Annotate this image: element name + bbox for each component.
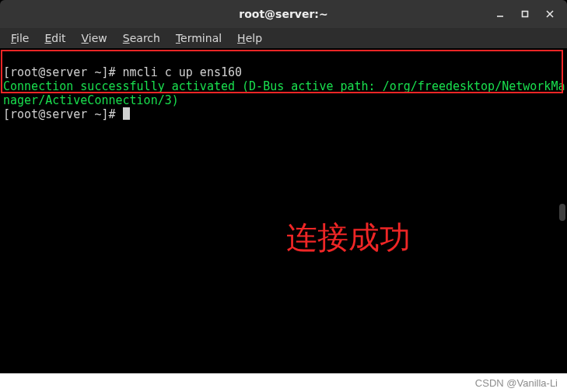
close-icon xyxy=(545,9,555,19)
cursor-block xyxy=(123,107,130,120)
terminal-window: root@server:~ File Edit View Search Term… xyxy=(0,0,567,373)
annotation-text: 连接成功 xyxy=(286,216,411,259)
menu-help[interactable]: Help xyxy=(229,30,270,46)
scrollbar[interactable] xyxy=(558,48,567,373)
menu-edit[interactable]: Edit xyxy=(37,30,73,46)
terminal-area[interactable]: [root@server ~]# nmcli c up ens160 Conne… xyxy=(0,48,567,373)
prompt-1: [root@server ~]# xyxy=(3,65,123,79)
scrollbar-thumb[interactable] xyxy=(559,204,565,221)
window-title: root@server:~ xyxy=(0,8,567,20)
watermark: CSDN @Vanilla-Li xyxy=(475,377,558,389)
maximize-button[interactable] xyxy=(513,3,537,25)
svg-rect-1 xyxy=(523,12,528,17)
titlebar: root@server:~ xyxy=(0,0,567,28)
menu-file[interactable]: File xyxy=(3,30,37,46)
command-1: nmcli c up ens160 xyxy=(123,65,243,79)
menu-search[interactable]: Search xyxy=(115,30,168,46)
menubar: File Edit View Search Terminal Help xyxy=(0,28,567,48)
window-controls xyxy=(488,0,562,28)
close-button[interactable] xyxy=(537,3,562,25)
menu-terminal[interactable]: Terminal xyxy=(168,30,229,46)
menu-view[interactable]: View xyxy=(74,30,115,46)
minimize-icon xyxy=(495,9,505,19)
terminal-text: [root@server ~]# nmcli c up ens160 Conne… xyxy=(0,48,567,138)
minimize-button[interactable] xyxy=(488,3,513,25)
output-line-1: Connection successfully activated (D-Bus… xyxy=(3,79,565,93)
prompt-2: [root@server ~]# xyxy=(3,107,123,121)
maximize-icon xyxy=(520,9,530,19)
output-line-2: nager/ActiveConnection/3) xyxy=(3,93,179,107)
